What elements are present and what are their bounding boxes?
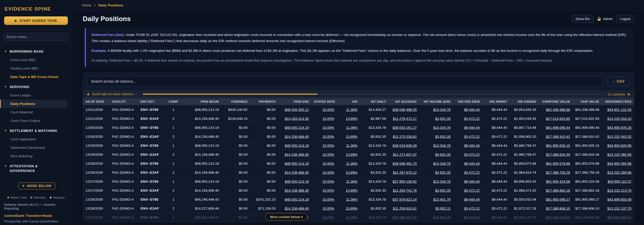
- cell-link[interactable]: $3,472.22: [453, 186, 482, 195]
- cell-link[interactable]: $9,444.44: [453, 177, 482, 186]
- cell-link[interactable]: $9,444.44: [453, 141, 482, 150]
- table-row[interactable]: 12/27/2030FAC-DEMO-AENV–D7851$48,005,214…: [83, 177, 634, 186]
- cell-link[interactable]: $43,899,599.12: [602, 213, 634, 222]
- cell-link[interactable]: 10.00%: [311, 150, 337, 159]
- cell-link[interactable]: $13,334.78: [419, 123, 453, 132]
- cell-link[interactable]: $3,932.35: [419, 132, 453, 141]
- column-header[interactable]: PRIN END: [278, 98, 311, 105]
- cell-link[interactable]: $43,900,620.95: [602, 141, 634, 150]
- cell-link[interactable]: $91,905,324.56: [539, 177, 573, 186]
- cell-link[interactable]: $14,156,468.40: [278, 168, 311, 177]
- cell-link[interactable]: $13,401.79: [419, 195, 453, 204]
- cell-link[interactable]: 10.00%: [311, 195, 337, 204]
- cell-link[interactable]: $9,444.44: [453, 105, 482, 114]
- scrollbar-thumb[interactable]: [143, 94, 317, 95]
- cell-link[interactable]: 13.69%: [337, 168, 360, 177]
- cell-link[interactable]: $9,444.44: [453, 123, 482, 132]
- cell-link[interactable]: $27,388,606.10: [539, 204, 573, 213]
- env-key-link[interactable]: ENV–E3AF: [138, 186, 165, 195]
- cell-link[interactable]: $27,515,832.65: [539, 114, 573, 123]
- cell-link[interactable]: $13,334.78: [419, 141, 453, 150]
- cell-link[interactable]: $43,899,855.08: [602, 195, 634, 204]
- column-header[interactable]: INT INCOME (EIR): [419, 98, 453, 105]
- column-header[interactable]: INT ACCRUED: [389, 98, 419, 105]
- cell-link[interactable]: $3,932.35: [419, 114, 453, 123]
- sidebar-item-cash-waterfall[interactable]: Cash Waterfall: [0, 108, 72, 116]
- cell-link[interactable]: $38,046,496.05: [389, 105, 419, 114]
- cell-link[interactable]: $13,232,213.78: [602, 186, 634, 195]
- cell-link[interactable]: $3,932.35: [419, 186, 453, 195]
- cell-link[interactable]: 11.36%: [337, 141, 360, 150]
- table-row[interactable]: 12/25/2030FAC-DEMO-AENV–D7851$48,246,446…: [83, 213, 634, 222]
- cell-link[interactable]: $14,156,468.40: [278, 132, 311, 141]
- scroll-left-icon[interactable]: ◀: [87, 92, 89, 96]
- cell-link[interactable]: 11.36%: [337, 123, 360, 132]
- logout-button[interactable]: Logout: [616, 15, 634, 23]
- cell-link[interactable]: $3,472.22: [453, 114, 482, 123]
- column-header[interactable]: FUNDINGS: [222, 98, 250, 105]
- cell-link[interactable]: $92,146,045.54: [539, 213, 573, 222]
- cell-link[interactable]: $9,444.44: [453, 213, 482, 222]
- cell-link[interactable]: 10.00%: [311, 123, 337, 132]
- cell-link[interactable]: $27,388,758.26: [539, 168, 573, 177]
- cell-link[interactable]: $48,005,214.19: [278, 123, 311, 132]
- cell-link[interactable]: $43,900,365.66: [602, 159, 634, 168]
- cell-link[interactable]: $14,156,468.40: [278, 204, 311, 213]
- cell-link[interactable]: $3,472.22: [453, 204, 482, 213]
- env-key-link[interactable]: ENV–D785: [138, 195, 165, 204]
- cell-link[interactable]: $38,033,161.27: [389, 123, 419, 132]
- env-key-link[interactable]: ENV–E3AF: [138, 132, 165, 141]
- cell-link[interactable]: $14,283,314.55: [278, 114, 311, 123]
- table-row[interactable]: 12/30/2030FAC-DEMO-AENV–E3AF2$14,156,468…: [83, 132, 634, 141]
- column-header[interactable]: FACILITY: [109, 98, 138, 105]
- cell-link[interactable]: $48,005,214.19: [278, 159, 311, 168]
- cell-link[interactable]: $13,232,365.94: [602, 150, 634, 159]
- sidebar-item-facility-level-bbc[interactable]: Facility-Level BBC: [0, 64, 72, 73]
- cell-link[interactable]: $37,979,822.14: [389, 195, 419, 204]
- cell-link[interactable]: $27,388,910.42: [539, 132, 573, 141]
- column-header[interactable]: STATED RATE: [311, 98, 337, 105]
- section-settlement-matching[interactable]: ▼ SETTLEMENT & MATCHING: [0, 125, 72, 135]
- cell-link[interactable]: $91,906,090.44: [539, 123, 573, 132]
- cell-link[interactable]: $13,334.78: [419, 159, 453, 168]
- column-header[interactable]: COMP: [165, 98, 181, 105]
- sidebar-item-cash-flows-engine[interactable]: Cash Flows Engine: [0, 116, 72, 125]
- more-below-button[interactable]: ▼ MORE BELOW: [18, 182, 55, 190]
- cell-link[interactable]: $11,259,810.41: [389, 204, 419, 213]
- cell-link[interactable]: $3,472.22: [453, 132, 482, 141]
- cell-link[interactable]: $11,267,675.12: [389, 168, 419, 177]
- env-key-link[interactable]: ENV–E3AF: [138, 150, 165, 159]
- env-key-link[interactable]: ENV–D785: [138, 123, 165, 132]
- cell-link[interactable]: $48,435,355.12: [278, 105, 311, 114]
- show-ids-button[interactable]: Show IDs: [572, 15, 594, 23]
- more-content-below-button[interactable]: More content below ▾: [265, 213, 307, 221]
- cell-link[interactable]: $43,900,110.37: [602, 177, 634, 186]
- cell-link[interactable]: $37,993,156.92: [389, 177, 419, 186]
- env-key-link[interactable]: ENV–D785: [138, 105, 165, 114]
- cell-link[interactable]: $13,232,442.02: [602, 132, 634, 141]
- cell-link[interactable]: 10.00%: [311, 141, 337, 150]
- cell-link[interactable]: $13,334.78: [419, 177, 453, 186]
- cell-link[interactable]: $11,275,539.82: [389, 132, 419, 141]
- sidebar-item-settlement-dashboard[interactable]: Settlement Dashboard: [0, 143, 72, 152]
- sidebar-item-fund-level-bbc[interactable]: Fund-Level BBC: [0, 56, 72, 64]
- cell-link[interactable]: $3,932.35: [419, 168, 453, 177]
- env-key-link[interactable]: ENV–D785: [138, 141, 165, 150]
- cell-link[interactable]: 13.69%: [337, 114, 360, 123]
- cell-link[interactable]: $43,900,876.25: [602, 123, 634, 132]
- cell-link[interactable]: $43,901,131.54: [602, 105, 634, 114]
- table-row[interactable]: 12/26/2030FAC-DEMO-AENV–D7851$48,246,446…: [83, 195, 634, 204]
- column-header[interactable]: PAYMENTS: [250, 98, 278, 105]
- table-row[interactable]: 12/28/2030FAC-DEMO-AENV–E3AF2$14,156,468…: [83, 168, 634, 177]
- cell-link[interactable]: $3,472.22: [453, 168, 482, 177]
- cell-link[interactable]: $38,019,826.49: [389, 141, 419, 150]
- cell-link[interactable]: $3,952.11: [419, 204, 453, 213]
- cell-link[interactable]: $27,388,682.18: [539, 186, 573, 195]
- sidebar-item-data-tape-bb-cross-check[interactable]: Data Tape & BB Cross-Check: [0, 73, 72, 81]
- cell-link[interactable]: 11.36%: [337, 213, 360, 222]
- env-key-link[interactable]: ENV–D785: [138, 177, 165, 186]
- scrollbar-track[interactable]: [143, 94, 602, 95]
- column-header[interactable]: CARRYING VALUE: [539, 98, 573, 105]
- cell-link[interactable]: 10.00%: [311, 177, 337, 186]
- table-row[interactable]: 12/31/2030FAC-DEMO-AENV–D7851$48,005,214…: [83, 105, 634, 114]
